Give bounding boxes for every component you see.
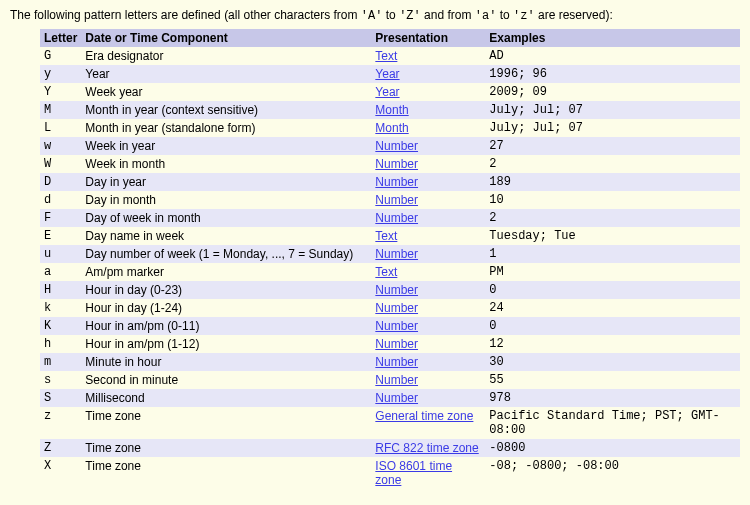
cell-description: Second in minute	[81, 371, 371, 389]
cell-example: 30	[485, 353, 740, 371]
cell-description: Day number of week (1 = Monday, ..., 7 =…	[81, 245, 371, 263]
presentation-link[interactable]: Number	[375, 391, 418, 405]
cell-letter: Z	[40, 439, 81, 457]
presentation-link[interactable]: Number	[375, 319, 418, 333]
table-row: wWeek in yearNumber27	[40, 137, 740, 155]
presentation-link[interactable]: Year	[375, 67, 399, 81]
cell-example: 189	[485, 173, 740, 191]
presentation-link[interactable]: Month	[375, 121, 408, 135]
cell-example: 55	[485, 371, 740, 389]
presentation-link[interactable]: Number	[375, 373, 418, 387]
presentation-link[interactable]: Number	[375, 193, 418, 207]
cell-example: 2009; 09	[485, 83, 740, 101]
cell-presentation: Year	[371, 83, 485, 101]
cell-presentation: Number	[371, 281, 485, 299]
intro-suffix: are reserved):	[535, 8, 613, 22]
cell-description: Time zone	[81, 407, 371, 439]
presentation-link[interactable]: Number	[375, 337, 418, 351]
intro-mid2: and from	[421, 8, 475, 22]
cell-presentation: Number	[371, 353, 485, 371]
cell-example: 2	[485, 155, 740, 173]
presentation-link[interactable]: Text	[375, 49, 397, 63]
cell-letter: s	[40, 371, 81, 389]
presentation-link[interactable]: General time zone	[375, 409, 473, 423]
cell-presentation: Text	[371, 227, 485, 245]
cell-presentation: Number	[371, 137, 485, 155]
cell-description: Era designator	[81, 47, 371, 65]
cell-presentation: Text	[371, 263, 485, 281]
cell-example: Tuesday; Tue	[485, 227, 740, 245]
presentation-link[interactable]: ISO 8601 time zone	[375, 459, 452, 487]
cell-letter: y	[40, 65, 81, 83]
table-row: YWeek yearYear2009; 09	[40, 83, 740, 101]
presentation-link[interactable]: Number	[375, 211, 418, 225]
cell-description: Day name in week	[81, 227, 371, 245]
table-row: WWeek in monthNumber2	[40, 155, 740, 173]
cell-example: 1996; 96	[485, 65, 740, 83]
cell-letter: D	[40, 173, 81, 191]
intro-code-z-upper: 'Z'	[399, 9, 421, 23]
cell-presentation: Number	[371, 317, 485, 335]
intro-mid1: to	[382, 8, 399, 22]
table-row: SMillisecondNumber978	[40, 389, 740, 407]
presentation-link[interactable]: Year	[375, 85, 399, 99]
cell-letter: X	[40, 457, 81, 489]
cell-presentation: General time zone	[371, 407, 485, 439]
presentation-link[interactable]: Text	[375, 229, 397, 243]
table-row: ZTime zoneRFC 822 time zone-0800	[40, 439, 740, 457]
cell-description: Hour in am/pm (1-12)	[81, 335, 371, 353]
cell-example: 24	[485, 299, 740, 317]
intro-code-a-lower: 'a'	[475, 9, 497, 23]
cell-description: Month in year (standalone form)	[81, 119, 371, 137]
cell-example: 0	[485, 317, 740, 335]
cell-presentation: Number	[371, 209, 485, 227]
cell-example: Pacific Standard Time; PST; GMT-08:00	[485, 407, 740, 439]
cell-letter: S	[40, 389, 81, 407]
header-presentation: Presentation	[371, 29, 485, 47]
cell-presentation: Number	[371, 155, 485, 173]
cell-letter: d	[40, 191, 81, 209]
presentation-link[interactable]: Number	[375, 283, 418, 297]
intro-mid3: to	[496, 8, 513, 22]
cell-example: 12	[485, 335, 740, 353]
presentation-link[interactable]: Text	[375, 265, 397, 279]
cell-example: 0	[485, 281, 740, 299]
cell-presentation: Number	[371, 173, 485, 191]
cell-presentation: Number	[371, 245, 485, 263]
presentation-link[interactable]: RFC 822 time zone	[375, 441, 478, 455]
presentation-link[interactable]: Number	[375, 247, 418, 261]
presentation-link[interactable]: Number	[375, 175, 418, 189]
cell-example: 27	[485, 137, 740, 155]
table-header-row: Letter Date or Time Component Presentati…	[40, 29, 740, 47]
header-examples: Examples	[485, 29, 740, 47]
presentation-link[interactable]: Month	[375, 103, 408, 117]
cell-description: Time zone	[81, 457, 371, 489]
table-row: HHour in day (0-23)Number0	[40, 281, 740, 299]
presentation-link[interactable]: Number	[375, 355, 418, 369]
cell-description: Minute in hour	[81, 353, 371, 371]
cell-letter: L	[40, 119, 81, 137]
presentation-link[interactable]: Number	[375, 157, 418, 171]
table-row: hHour in am/pm (1-12)Number12	[40, 335, 740, 353]
cell-letter: w	[40, 137, 81, 155]
presentation-link[interactable]: Number	[375, 139, 418, 153]
presentation-link[interactable]: Number	[375, 301, 418, 315]
cell-description: Hour in day (1-24)	[81, 299, 371, 317]
cell-letter: K	[40, 317, 81, 335]
table-row: yYearYear1996; 96	[40, 65, 740, 83]
cell-description: Year	[81, 65, 371, 83]
cell-letter: k	[40, 299, 81, 317]
cell-example: 1	[485, 245, 740, 263]
table-row: KHour in am/pm (0-11)Number0	[40, 317, 740, 335]
cell-letter: a	[40, 263, 81, 281]
cell-description: Month in year (context sensitive)	[81, 101, 371, 119]
cell-presentation: Number	[371, 389, 485, 407]
cell-letter: z	[40, 407, 81, 439]
cell-example: AD	[485, 47, 740, 65]
cell-presentation: Month	[371, 119, 485, 137]
cell-example: July; Jul; 07	[485, 119, 740, 137]
cell-description: Week year	[81, 83, 371, 101]
cell-letter: Y	[40, 83, 81, 101]
cell-example: 2	[485, 209, 740, 227]
cell-description: Day in month	[81, 191, 371, 209]
